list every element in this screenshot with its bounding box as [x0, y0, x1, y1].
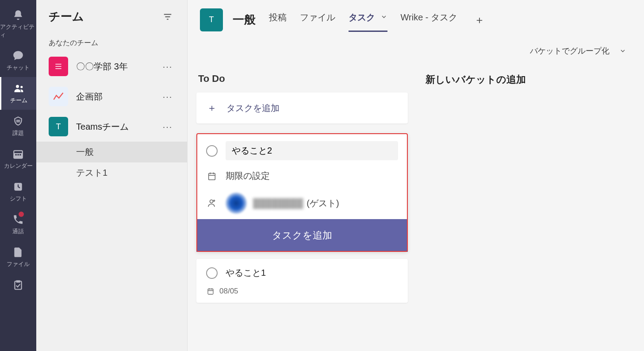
task-date: 08/05 [219, 287, 238, 296]
rail-label: チーム [10, 96, 27, 104]
rail-label: ファイル [7, 260, 30, 268]
team-item[interactable]: T Teamsチーム ··· [36, 112, 187, 142]
assignments-icon [12, 115, 24, 127]
rail-more[interactable] [0, 274, 36, 298]
filter-button[interactable] [161, 10, 175, 24]
channel-title: 一般 [233, 12, 256, 27]
teams-panel: チーム あなたのチーム 〇〇学部 3年 ··· 企画部 ··· T Teamsチ… [36, 0, 188, 351]
svg-rect-7 [19, 154, 21, 155]
bell-icon [12, 9, 24, 21]
rail-label: 課題 [12, 129, 24, 137]
task-title: やること1 [226, 267, 266, 279]
team-more-button[interactable]: ··· [161, 122, 175, 132]
channel-general[interactable]: 一般 [36, 142, 187, 162]
assignee-row[interactable]: ████████ (ゲスト) [196, 187, 408, 219]
add-task-bar[interactable]: ＋ タスクを追加 [196, 93, 408, 123]
your-teams-label: あなたのチーム [36, 31, 187, 51]
tab-files[interactable]: ファイル [300, 8, 335, 31]
tab-tasks[interactable]: タスク [349, 8, 387, 31]
rail-teams[interactable]: チーム [0, 77, 36, 110]
add-tab-button[interactable]: ＋ [474, 13, 485, 27]
svg-point-1 [20, 86, 23, 88]
svg-rect-6 [17, 154, 19, 155]
assign-person-icon [206, 197, 218, 209]
team-avatar: T [49, 117, 68, 136]
app-rail: アクティビティ チャット チーム 課題 カレンダー シフト 通話 [0, 0, 36, 351]
channel-avatar: T [200, 8, 223, 31]
svg-point-11 [210, 200, 213, 203]
bucket-todo: To Do ＋ タスクを追加 期限の設定 [196, 69, 408, 351]
rail-assignments[interactable]: 課題 [0, 110, 36, 143]
assignee-name: ████████ [253, 198, 303, 208]
team-more-button[interactable]: ··· [161, 92, 175, 102]
rail-label: チャット [7, 64, 30, 72]
svg-rect-10 [209, 173, 215, 180]
chevron-down-icon [619, 47, 626, 54]
notification-badge [19, 212, 24, 217]
task-card-expanded: 期限の設定 ████████ (ゲスト) タスクを追加 [196, 133, 408, 252]
plus-icon: ＋ [207, 101, 217, 115]
tab-label: タスク [349, 12, 375, 22]
due-date-label: 期限の設定 [226, 170, 270, 182]
task-board: To Do ＋ タスクを追加 期限の設定 [188, 61, 644, 351]
team-name: 〇〇学部 3年 [76, 61, 161, 73]
svg-rect-12 [208, 289, 213, 294]
task-card[interactable]: やること1 08/05 [196, 259, 408, 303]
calendar-icon [12, 148, 24, 160]
rail-files[interactable]: ファイル [0, 241, 36, 274]
rail-activity[interactable]: アクティビティ [0, 4, 36, 44]
rail-chat[interactable]: チャット [0, 44, 36, 77]
groupby-label: バケットでグループ化 [530, 46, 610, 56]
clipboard-check-icon [12, 279, 24, 291]
tab-wrike[interactable]: Wrike - タスク [401, 8, 458, 31]
tab-posts[interactable]: 投稿 [269, 8, 287, 31]
calendar-icon [206, 287, 215, 296]
rail-label: カレンダー [4, 162, 33, 170]
calendar-icon [206, 170, 218, 182]
file-icon [12, 246, 24, 258]
team-name: 企画部 [76, 91, 161, 103]
team-item[interactable]: 〇〇学部 3年 ··· [36, 51, 187, 81]
task-complete-circle[interactable] [206, 267, 218, 279]
new-bucket-label[interactable]: 新しいバケットの追加 [424, 69, 635, 94]
rail-label: アクティビティ [0, 23, 36, 39]
channel-test1[interactable]: テスト1 [36, 162, 187, 183]
due-date-row[interactable]: 期限の設定 [196, 165, 408, 187]
chat-icon [12, 50, 24, 62]
main-content: T 一般 投稿 ファイル タスク Wrike - タスク ＋ バケットでグループ… [188, 0, 644, 351]
add-task-label: タスクを追加 [226, 102, 280, 114]
rail-call[interactable]: 通話 [0, 208, 36, 241]
channel-header: T 一般 投稿 ファイル タスク Wrike - タスク ＋ [188, 0, 644, 39]
team-more-button[interactable]: ··· [161, 62, 175, 72]
panel-title: チーム [49, 9, 84, 24]
team-avatar [49, 57, 68, 76]
task-title-input[interactable] [226, 141, 398, 160]
team-item[interactable]: 企画部 ··· [36, 81, 187, 112]
bucket-new: 新しいバケットの追加 [424, 69, 635, 351]
chevron-down-icon [380, 13, 387, 20]
shifts-icon [12, 181, 24, 193]
guest-label: (ゲスト) [307, 197, 339, 209]
rail-shifts[interactable]: シフト [0, 175, 36, 208]
svg-rect-5 [15, 154, 17, 155]
add-task-button[interactable]: タスクを追加 [196, 219, 408, 252]
assignee-avatar [226, 193, 247, 214]
rail-label: 通話 [12, 228, 24, 235]
task-complete-circle[interactable] [206, 145, 218, 157]
team-avatar [49, 87, 68, 106]
rail-calendar[interactable]: カレンダー [0, 143, 36, 175]
team-name: Teamsチーム [76, 121, 161, 133]
teams-icon [13, 82, 25, 95]
groupby-dropdown[interactable]: バケットでグループ化 [188, 39, 644, 61]
rail-label: シフト [10, 195, 27, 203]
svg-point-0 [16, 85, 19, 88]
bucket-title: To Do [196, 69, 408, 93]
